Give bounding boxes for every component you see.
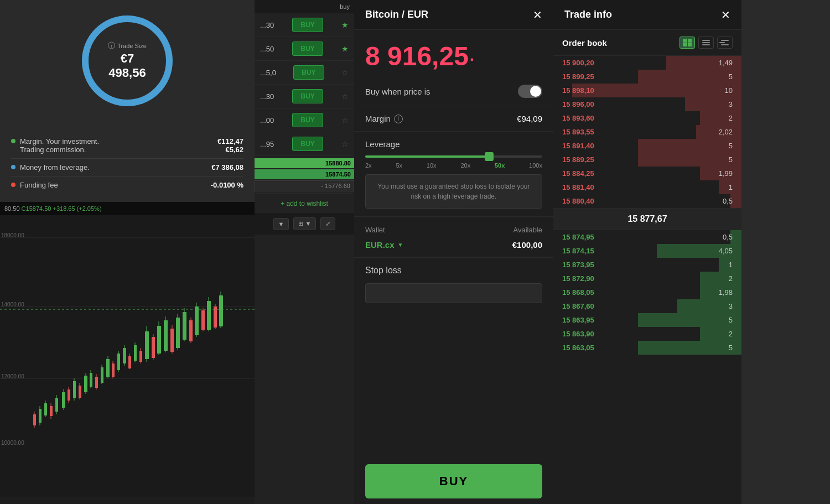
wallet-labels: Wallet [365,225,385,235]
buy-button-1[interactable]: BUY [292,18,323,32]
leverage-row: Money from leverage. €7 386,08 [11,159,243,176]
buy-button-6[interactable]: BUY [292,137,323,151]
buy-item-4: ...30 BUY ☆ [255,85,354,108]
star-outline-5[interactable]: ☆ [341,116,349,124]
sell-order-row[interactable]: 15 893,60 2 [553,111,741,125]
buy-order-row[interactable]: 15 863,05 5 [553,341,741,355]
buy-item-5: ...00 BUY ☆ [255,108,354,132]
add-to-wishlist[interactable]: + add to wishlist [255,194,354,213]
lev-10x[interactable]: 10x [427,162,437,169]
sell-order-row[interactable]: 15 893,55 2,02 [553,125,741,139]
buy-action-button[interactable]: BUY [365,464,542,498]
red-dot [11,183,15,187]
star-outline-6[interactable]: ☆ [341,139,349,148]
wallet-currency-name: EUR.cx [365,240,395,250]
chart-container: 80.50 C15874.50 +318.65 (+2.05%) 18000.0… [0,202,255,504]
available-label: Available [513,225,542,235]
collapse-btn[interactable]: ▼ [273,218,289,230]
trade-size-container: i Trade Size €7 498,56 [0,0,255,127]
left-panel: i Trade Size €7 498,56 Margin. Your inve… [0,0,255,504]
buy-order-row[interactable]: 15 874,95 0,5 [553,230,741,244]
stop-loss-input[interactable] [365,283,542,303]
sell-order-row[interactable]: 15 898,10 10 [553,84,741,97]
candlestick-chart: 18000.00 14000.00 12000.00 10000.00 [0,215,255,453]
sell-order-row[interactable]: 15 900,20 1,49 [553,56,741,70]
buy-order-row[interactable]: 15 863,90 2 [553,327,741,341]
margin-row: Margin. Your investment. Trading commiss… [11,133,243,159]
view-icon-list1[interactable] [698,37,714,49]
mid-price-row: 15 877,67 [553,208,741,230]
buy-button-3[interactable]: BUY [293,65,324,80]
chart-controls: ◄ ⊖ ↺ ⊕ ► ►| [0,497,255,504]
buy-when-toggle[interactable] [518,85,542,98]
expand-btn[interactable]: ⤢ [320,217,335,230]
buy-order-row[interactable]: 15 863,95 5 [553,313,741,327]
leverage-bar[interactable] [365,155,542,158]
wallet-row: EUR.cx ▼ €100,00 [365,240,542,250]
star-outline-3[interactable]: ☆ [341,68,349,77]
leverage-thumb [485,152,494,161]
margin-label: Margin. Your investment. Trading commiss… [11,137,99,154]
buy-button-4[interactable]: BUY [292,89,323,103]
lev-2x[interactable]: 2x [365,162,372,169]
margin-section: Margin i €94,09 [354,106,553,132]
wallet-header: Wallet Available [365,225,542,235]
buy-item-1: ...30 BUY ★ [255,13,354,37]
circle-inner: i Trade Size €7 498,56 [102,42,152,80]
sell-order-row[interactable]: 15 884,25 1,99 [553,167,741,180]
sell-order-row[interactable]: 15 880,40 0,5 [553,194,741,208]
stop-loss-title: Stop loss [365,266,542,276]
svg-text:10000.00: 10000.00 [1,440,24,446]
blue-dot [11,165,15,169]
buy-when-label: Buy when price is [365,87,430,96]
trade-info-panel: Trade info ✕ Order book [553,0,741,504]
price-overlay-3: - 15776.60 [255,180,354,191]
lev-5x[interactable]: 5x [396,162,402,169]
sell-order-row[interactable]: 15 881,40 1 [553,180,741,194]
chart-info-text: 80.50 [4,205,22,212]
funding-value: -0.0100 % [211,181,243,189]
bitcoin-panel-header: Bitcoin / EUR ✕ [354,0,553,30]
buy-order-row[interactable]: 15 873,95 1 [553,258,741,272]
star-outline-4[interactable]: ☆ [341,92,349,101]
buy-order-row[interactable]: 15 868,05 1,98 [553,285,741,299]
view-icon-list2[interactable] [717,37,733,49]
buy-list-header: buy [255,0,354,13]
layers-btn[interactable]: ⊞ ▼ [293,217,316,230]
sell-orders: 15 900,20 1,49 15 899,25 5 15 898,10 10 … [553,56,741,208]
buy-button-2[interactable]: BUY [292,41,323,56]
trade-size-amount: €7 498,56 [102,51,152,80]
buy-item-2: ...50 BUY ★ [255,37,354,61]
sell-order-row[interactable]: 15 896,00 3 [553,97,741,111]
leverage-section: Leverage 2x 5x 10x 20x 50x 100x You must… [354,132,553,217]
trade-info-close-btn[interactable]: ✕ [721,9,730,20]
wallet-section: Wallet Available EUR.cx ▼ €100,00 [354,217,553,258]
buy-order-row[interactable]: 15 867,60 3 [553,299,741,313]
wallet-label: Wallet [365,226,385,234]
star-filled-2[interactable]: ★ [341,44,349,53]
price-overlays: 15880.80 15874.50 - 15776.60 [255,158,354,191]
wallet-currency-selector[interactable]: EUR.cx ▼ [365,240,403,250]
funding-label: Funding fee [11,181,58,189]
lev-50x[interactable]: 50x [495,162,505,169]
bitcoin-close-btn[interactable]: ✕ [533,9,542,20]
buy-button-5[interactable]: BUY [292,113,323,127]
view-icon-grid[interactable] [679,37,695,49]
buy-list-panel: buy ...30 BUY ★ ...50 BUY ★ ...5,0 BUY ☆… [255,0,354,504]
lev-100x[interactable]: 100x [529,162,542,169]
buy-item-6: ...95 BUY ☆ [255,132,354,156]
sell-order-row[interactable]: 15 899,25 5 [553,70,741,84]
sell-order-row[interactable]: 15 889,25 5 [553,153,741,167]
trade-size-circle: i Trade Size €7 498,56 [77,11,177,111]
buy-order-row[interactable]: 15 872,90 2 [553,272,741,285]
order-list[interactable]: 15 900,20 1,49 15 899,25 5 15 898,10 10 … [553,56,741,504]
margin-info-icon[interactable]: i [394,115,403,123]
sell-order-row[interactable]: 15 891,40 5 [553,139,741,153]
buy-order-row[interactable]: 15 874,15 4,05 [553,244,741,258]
lev-20x[interactable]: 20x [460,162,470,169]
chart-change: +318.65 (+2.05%) [51,205,101,212]
mid-price: 15 877,67 [627,214,667,224]
order-book-label: Order book [562,38,607,48]
star-filled-1[interactable]: ★ [341,20,349,29]
funding-row: Funding fee -0.0100 % [11,176,243,194]
